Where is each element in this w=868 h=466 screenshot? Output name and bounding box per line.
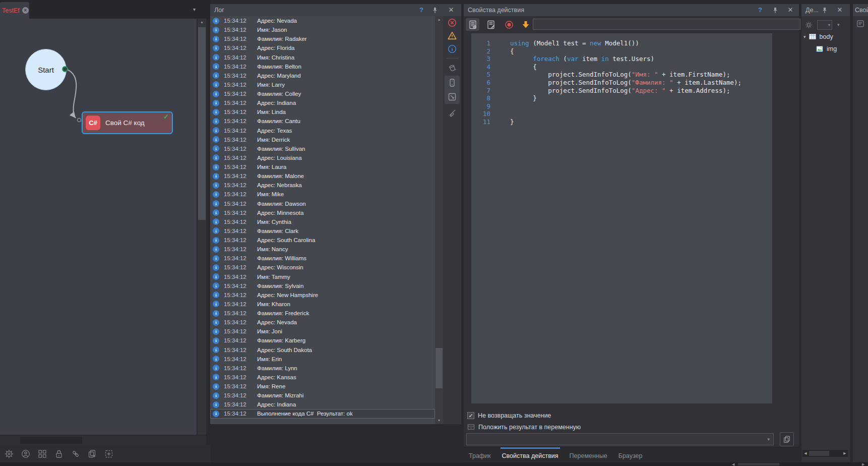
- variable-select[interactable]: ▾: [466, 433, 774, 445]
- link-icon[interactable]: [71, 449, 81, 459]
- tab-Свойства действия[interactable]: Свойства действия: [501, 447, 560, 462]
- tree-item-body[interactable]: ▾ body: [801, 31, 850, 42]
- log-row[interactable]: i15:34:12Фамилия: Mizrahi: [210, 391, 435, 400]
- scroll-up-icon[interactable]: ▲: [198, 19, 206, 26]
- copy-value-button[interactable]: [780, 432, 794, 446]
- log-row[interactable]: i15:34:12Имя: Nancy: [210, 245, 435, 254]
- scroll-down-icon[interactable]: ▼: [435, 417, 443, 424]
- log-row[interactable]: i15:34:12Фамилия: Frederick: [210, 309, 435, 318]
- warnings-filter-icon[interactable]: [447, 31, 457, 41]
- log-row[interactable]: i15:34:12Адрес: Nevada: [210, 318, 435, 327]
- csharp-code-node[interactable]: C# Свой C# код ✓: [82, 111, 173, 134]
- user-icon[interactable]: [21, 449, 31, 459]
- fill-format-icon[interactable]: [447, 63, 457, 73]
- log-row[interactable]: i15:34:12Адрес: Indiana: [210, 98, 435, 107]
- help-icon[interactable]: ?: [756, 6, 764, 14]
- clear-log-icon[interactable]: [447, 108, 457, 118]
- log-row[interactable]: i15:34:12Адрес: Wisconsin: [210, 263, 435, 272]
- log-row[interactable]: i15:34:12Фамилия: Clark: [210, 226, 435, 236]
- start-node[interactable]: Start: [25, 49, 67, 90]
- flow-tab[interactable]: TestEf ✕: [0, 2, 29, 19]
- log-row[interactable]: i15:34:12Адрес: Minnesota: [210, 208, 435, 217]
- checkbox-checked[interactable]: ✓: [467, 412, 474, 419]
- settings-gear-icon[interactable]: [4, 449, 14, 459]
- pin-icon[interactable]: [821, 7, 829, 15]
- scroll-up-icon[interactable]: ▲: [435, 16, 443, 23]
- info-filter-icon[interactable]: [447, 44, 457, 54]
- log-vertical-scrollbar[interactable]: ▲ ▼: [435, 16, 443, 424]
- canvas-vertical-scrollbar[interactable]: ▲: [198, 19, 206, 435]
- log-row[interactable]: i15:34:12Адрес: Maryland: [210, 71, 435, 80]
- log-row[interactable]: i15:34:12Адрес: South Carolina: [210, 236, 435, 245]
- log-row[interactable]: i15:34:12Имя: Larry: [210, 80, 435, 89]
- chevron-down-icon[interactable]: ▾: [803, 34, 806, 39]
- lock-icon[interactable]: [54, 449, 64, 459]
- log-row[interactable]: i15:34:12Имя: Derrick: [210, 135, 435, 144]
- record-button[interactable]: [502, 18, 516, 31]
- log-row[interactable]: i15:34:12Адрес: Louisiana: [210, 153, 435, 162]
- help-icon[interactable]: ?: [417, 6, 425, 14]
- log-row[interactable]: i15:34:12Имя: Tammy: [210, 272, 435, 281]
- copy-add-icon[interactable]: [87, 449, 97, 459]
- tabstrip-dropdown-icon[interactable]: ▾: [193, 7, 196, 12]
- errors-filter-icon[interactable]: [447, 18, 457, 28]
- log-row[interactable]: i15:34:12Адрес: Florida: [210, 43, 435, 52]
- log-row[interactable]: i15:34:12Фамилия: Sylvain: [210, 281, 435, 290]
- log-row[interactable]: i15:34:12Адрес: New Hampshire: [210, 290, 435, 300]
- flow-canvas[interactable]: Start C# Свой C# код ✓: [0, 19, 197, 435]
- log-row[interactable]: i15:34:12Фамилия: Malone: [210, 171, 435, 181]
- tab-Трафик[interactable]: Трафик: [467, 447, 492, 462]
- expand-icon[interactable]: [447, 92, 457, 102]
- log-row[interactable]: i15:34:12Фамилия: Lynn: [210, 364, 435, 373]
- log-row[interactable]: i15:34:12Фамилия: Karberg: [210, 336, 435, 345]
- log-row[interactable]: i15:34:12Имя: Mike: [210, 190, 435, 199]
- close-icon[interactable]: ✕: [786, 6, 794, 14]
- tab-Браузер[interactable]: Браузер: [617, 447, 644, 462]
- scrollbar-thumb[interactable]: [20, 437, 82, 444]
- log-row[interactable]: i15:34:12Имя: Joni: [210, 327, 435, 336]
- form-icon[interactable]: [856, 19, 865, 28]
- log-row[interactable]: i15:34:12Имя: Linda: [210, 107, 435, 116]
- tree-horizontal-scrollbar[interactable]: ◀ ▶: [802, 450, 848, 457]
- log-row[interactable]: i15:34:12Имя: Cynthia: [210, 217, 435, 226]
- add-placeholder-icon[interactable]: [104, 449, 114, 459]
- tab-Переменные[interactable]: Переменные: [568, 447, 609, 462]
- log-row[interactable]: i15:34:12Фамилия: Belton: [210, 62, 435, 71]
- log-row[interactable]: i15:34:12Фамилия: Dawson: [210, 199, 435, 208]
- start-node-port[interactable]: [62, 66, 68, 72]
- log-row[interactable]: i15:34:12Имя: Erin: [210, 355, 435, 364]
- pin-icon[interactable]: [771, 7, 779, 15]
- scroll-right-icon[interactable]: ▶: [842, 450, 848, 457]
- store-result-option[interactable]: Положить результат в переменную: [467, 423, 581, 431]
- log-row[interactable]: i15:34:12Фамилия: Sullivan: [210, 144, 435, 153]
- log-row[interactable]: i15:34:12Фамилия: Williams: [210, 254, 435, 263]
- log-row[interactable]: i15:34:12Имя: Laura: [210, 162, 435, 171]
- code-editor[interactable]: 1using (Model1 test = new Model1())2{3 f…: [471, 33, 772, 403]
- log-row[interactable]: i15:34:12Имя: Christina: [210, 53, 435, 62]
- log-row[interactable]: i15:34:12Имя: Kharon: [210, 300, 435, 309]
- properties-search-input[interactable]: [533, 19, 800, 30]
- action-settings-button[interactable]: [466, 18, 479, 31]
- scrollbar-thumb[interactable]: [809, 451, 829, 456]
- scrollbar-thumb[interactable]: [198, 27, 206, 220]
- tab-close-icon[interactable]: ✕: [22, 7, 29, 14]
- log-row[interactable]: i15:34:12Адрес: Nebraska: [210, 181, 435, 190]
- chevron-down-icon[interactable]: ▾: [837, 22, 840, 27]
- return-value-option[interactable]: ✓ Не возвращать значение: [467, 412, 551, 419]
- log-row[interactable]: i15:34:12Адрес: Nevada: [210, 16, 435, 25]
- scroll-left-icon[interactable]: ◀: [732, 462, 734, 466]
- canvas-horizontal-scrollbar[interactable]: [0, 436, 206, 445]
- tree-item-img[interactable]: img: [801, 43, 850, 54]
- log-row[interactable]: i15:34:12Адрес: South Dakota: [210, 345, 435, 355]
- highlight-icon[interactable]: [804, 21, 813, 29]
- collapsed-properties-panel[interactable]: Свой: [853, 4, 868, 462]
- step-into-button[interactable]: [519, 18, 533, 31]
- scroll-right-icon[interactable]: ▶: [862, 462, 864, 466]
- tree-filter-select[interactable]: ▾: [817, 20, 832, 30]
- scroll-left-icon[interactable]: ◀: [802, 450, 809, 457]
- log-row[interactable]: i15:34:12Имя: Rene: [210, 382, 435, 391]
- log-row[interactable]: i15:34:12Выполнение кода C# Результат: o…: [210, 409, 435, 418]
- log-row[interactable]: i15:34:12Адрес: Kansas: [210, 373, 435, 382]
- pin-icon[interactable]: [431, 7, 439, 15]
- log-row[interactable]: i15:34:12Фамилия: Cantu: [210, 116, 435, 126]
